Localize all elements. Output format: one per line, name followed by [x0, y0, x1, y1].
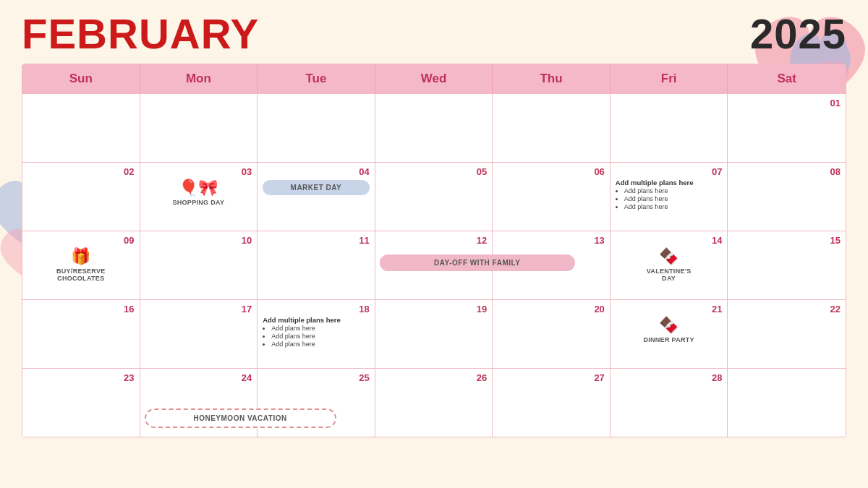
cell-w5-fri[interactable]: 28 [610, 369, 728, 437]
valentines-icon: 🍫 [659, 247, 678, 266]
cell-w2-wed[interactable]: 05 [375, 163, 493, 231]
chocolates-label: BUY/RESERVECHOCOLATES [56, 267, 106, 282]
shopping-icon: 🎈🎀 [179, 179, 218, 197]
cell-w4-wed[interactable]: 19 [375, 300, 493, 368]
cell-w5-sat[interactable] [728, 369, 846, 437]
dow-fri: Fri [610, 64, 728, 93]
cell-w5-mon[interactable]: 24 HONEYMOON VACATION [140, 369, 258, 437]
page-container: FEBRUARY 2025 Sun Mon Tue Wed Thu Fri Sa… [0, 0, 868, 488]
cell-w1-mon[interactable] [140, 94, 258, 162]
cell-w1-sun[interactable] [22, 94, 140, 162]
cell-w3-sun[interactable]: 09 🎁 BUY/RESERVECHOCOLATES [22, 231, 140, 299]
cell-w2-sun[interactable]: 02 [22, 163, 140, 231]
cell-w1-wed[interactable] [375, 94, 493, 162]
cell-w4-fri[interactable]: 21 🍫 DINNER PARTY [610, 300, 728, 368]
multi-plans-tue18: Add multiple plans here Add plans here A… [263, 316, 370, 348]
cell-w3-tue[interactable]: 11 [258, 231, 375, 299]
cell-w4-thu[interactable]: 20 [493, 300, 610, 368]
calendar: Sun Mon Tue Wed Thu Fri Sat 01 02 03 🎈🎀 [22, 64, 846, 437]
cell-w1-fri[interactable] [610, 94, 728, 162]
chocolates-icon: 🎁 [71, 247, 90, 266]
cell-w2-thu[interactable]: 06 [493, 163, 610, 231]
cell-w3-mon[interactable]: 10 [140, 231, 258, 299]
dow-sat: Sat [728, 64, 846, 93]
cell-w1-sat[interactable]: 01 [728, 94, 846, 162]
week-2: 02 03 🎈🎀 SHOPPING DAY 04 MARKET DAY 05 0… [22, 162, 846, 231]
month-title: FEBRUARY [22, 13, 259, 55]
cell-w4-sat[interactable]: 22 [728, 300, 846, 368]
cell-w3-fri[interactable]: 14 🍫 VALENTINE'SDAY [610, 231, 728, 299]
dow-tue: Tue [258, 64, 375, 93]
year-title: 2025 [750, 13, 846, 55]
market-day-badge: MARKET DAY [263, 180, 370, 195]
dinner-icon: 🍫 [659, 316, 678, 335]
cell-w1-tue[interactable] [258, 94, 375, 162]
dow-mon: Mon [140, 64, 258, 93]
cell-w4-sun[interactable]: 16 [22, 300, 140, 368]
multi-plans-fri7: Add multiple plans here Add plans here A… [616, 179, 723, 210]
dow-thu: Thu [493, 64, 610, 93]
dow-wed: Wed [375, 64, 493, 93]
day-off-badge: DAY-OFF WITH FAMILY [380, 254, 575, 271]
cell-w5-wed[interactable]: 26 [375, 369, 493, 437]
page-header: FEBRUARY 2025 [22, 13, 846, 55]
cell-w5-thu[interactable]: 27 [493, 369, 610, 437]
cell-w4-mon[interactable]: 17 [140, 300, 258, 368]
honeymoon-badge: HONEYMOON VACATION [145, 408, 336, 428]
dinner-party-label: DINNER PARTY [643, 336, 694, 343]
week-4: 16 17 18 Add multiple plans here Add pla… [22, 299, 846, 368]
week-1: 01 [22, 93, 846, 162]
cell-w3-wed[interactable]: 12 DAY-OFF WITH FAMILY [375, 231, 493, 299]
valentines-label: VALENTINE'SDAY [647, 267, 692, 282]
cell-w4-tue[interactable]: 18 Add multiple plans here Add plans her… [258, 300, 375, 368]
cell-w2-tue[interactable]: 04 MARKET DAY [258, 163, 375, 231]
week-5: 23 24 HONEYMOON VACATION 25 26 27 28 [22, 368, 846, 437]
calendar-header: Sun Mon Tue Wed Thu Fri Sat [22, 64, 846, 93]
week-3: 09 🎁 BUY/RESERVECHOCOLATES 10 11 12 DAY-… [22, 231, 846, 299]
cell-w2-fri[interactable]: 07 Add multiple plans here Add plans her… [610, 163, 728, 231]
cell-w5-sun[interactable]: 23 [22, 369, 140, 437]
cell-w2-mon[interactable]: 03 🎈🎀 SHOPPING DAY [140, 163, 258, 231]
cell-w3-sat[interactable]: 15 [728, 231, 846, 299]
cell-w1-thu[interactable] [493, 94, 610, 162]
shopping-day-label: SHOPPING DAY [172, 199, 224, 206]
cell-w2-sat[interactable]: 08 [728, 163, 846, 231]
dow-sun: Sun [22, 64, 140, 93]
